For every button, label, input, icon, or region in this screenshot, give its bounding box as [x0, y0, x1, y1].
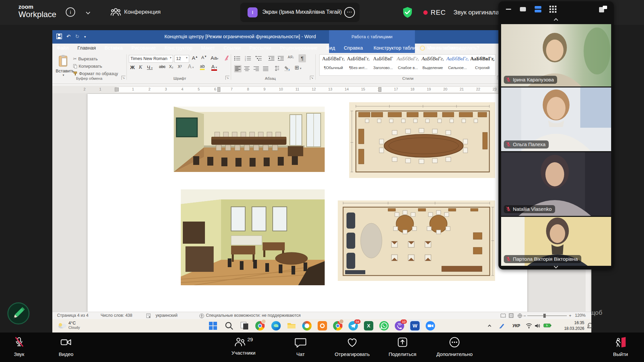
bold-button[interactable]: Ж	[130, 64, 135, 70]
page-indicator[interactable]: Страница 4 из 4	[57, 313, 89, 318]
numbered-list-icon[interactable]: 123	[245, 56, 251, 61]
file-explorer-icon[interactable]	[287, 321, 296, 330]
share-screen-button[interactable]: Поделиться	[387, 337, 418, 357]
indent-marker[interactable]	[217, 87, 220, 92]
notification-bell-icon[interactable]: z	[587, 322, 593, 329]
grow-font-button[interactable]: А▲	[192, 55, 198, 61]
save-icon[interactable]	[56, 34, 62, 39]
word-taskbar-icon[interactable]: W	[410, 321, 420, 330]
paste-button[interactable]: Вставить ▾	[56, 55, 71, 77]
audio-button[interactable]: Звук	[13, 337, 25, 357]
search-icon[interactable]	[224, 321, 234, 330]
tab-draw[interactable]: Рисование	[127, 44, 160, 53]
telegram-icon[interactable]: 04	[348, 321, 358, 330]
clipboard-dialog-launcher[interactable]: ↘	[121, 76, 125, 80]
read-mode-icon[interactable]	[500, 313, 506, 318]
align-right-button[interactable]	[254, 66, 259, 72]
weather-cloud-icon[interactable]	[57, 322, 67, 329]
tell-me-box[interactable]: Что вы хотите сделать?	[420, 45, 479, 51]
subscript-button[interactable]: X₂	[169, 64, 173, 69]
video-button[interactable]: Видео	[59, 337, 73, 357]
leave-meeting-button[interactable]: Выйти	[609, 337, 632, 357]
video-tile-3[interactable]: Nataliia Vlasenko	[501, 152, 611, 216]
styles-gallery[interactable]: АаБбВвГг, ¶Обычный АаБбВвГг, ¶Без инт...…	[319, 54, 496, 76]
quick-access-customize-icon[interactable]: ▾	[84, 35, 86, 39]
paragraph-dialog-launcher[interactable]: ↘	[310, 76, 314, 80]
italic-button[interactable]: К	[139, 64, 142, 70]
panel-minimize-icon[interactable]	[506, 9, 511, 10]
tab-layout[interactable]: Макет	[197, 44, 219, 53]
chrome-icon[interactable]	[255, 321, 265, 330]
edge-icon[interactable]	[271, 321, 281, 330]
strikethrough-button[interactable]: abc	[159, 64, 165, 69]
tab-help[interactable]: Справка	[339, 44, 367, 53]
security-shield-icon[interactable]	[402, 7, 413, 18]
highlight-color-button[interactable]: ab	[200, 64, 205, 70]
tab-review[interactable]: Рецензирование	[276, 44, 322, 53]
align-center-button[interactable]	[244, 66, 250, 72]
undo-icon[interactable]: ↶	[66, 34, 71, 40]
align-left-button[interactable]	[234, 65, 241, 72]
volume-icon[interactable]	[535, 323, 541, 328]
tray-pen-icon[interactable]	[498, 322, 505, 329]
chevron-down-icon[interactable]	[86, 10, 90, 14]
battery-icon[interactable]	[543, 323, 551, 328]
word-count[interactable]: Число слов: 438	[101, 313, 132, 318]
accessibility-icon[interactable]	[199, 313, 204, 318]
font-dialog-launcher[interactable]: ↘	[225, 76, 229, 80]
pdf-app-icon[interactable]	[318, 321, 327, 330]
pop-out-icon[interactable]	[599, 6, 607, 12]
start-button-icon[interactable]	[208, 321, 218, 330]
tab-design[interactable]: Конструктор	[160, 44, 197, 53]
copy-button[interactable]: Копировать	[73, 63, 102, 69]
font-size-select[interactable]: 12 ▾	[174, 55, 189, 63]
tab-home[interactable]: Главная	[73, 44, 100, 53]
zoom-in-icon[interactable]: +	[569, 313, 572, 318]
wifi-icon[interactable]	[526, 323, 532, 328]
chat-button[interactable]: Чат	[294, 337, 307, 357]
redo-icon[interactable]: ↻	[75, 34, 79, 40]
task-view-icon[interactable]	[240, 321, 249, 330]
right-indent-marker[interactable]	[378, 87, 381, 92]
whatsapp-icon[interactable]	[379, 321, 389, 330]
style-card[interactable]: АаБбВвГг, ¶Без инт...	[346, 56, 371, 75]
tab-file[interactable]: Файл	[52, 44, 73, 53]
video-tile-4[interactable]: Партола Вікторія Вікторівна	[501, 217, 611, 266]
video-tile-1[interactable]: Ірина Карапузова	[501, 24, 611, 86]
text-effects-button[interactable]: А ▾	[188, 64, 194, 70]
cut-button[interactable]: ✂ Вырезать	[73, 56, 98, 62]
share-options-icon[interactable]: ⋯	[344, 7, 355, 18]
tab-insert[interactable]: Вставка	[100, 44, 127, 53]
style-card[interactable]: АаБбВвГ Заголово...	[371, 56, 395, 75]
input-language-indicator[interactable]: УКР	[513, 323, 520, 328]
reactions-button[interactable]: Отреагировать	[330, 337, 374, 357]
view-stacked-icon[interactable]	[535, 6, 541, 12]
more-button[interactable]: Дополнительно	[433, 337, 476, 357]
participants-button[interactable]: 29 Участники	[231, 337, 256, 356]
show-paragraph-marks-button[interactable]: ¶	[299, 54, 306, 62]
tray-overflow-icon[interactable]	[488, 325, 491, 328]
document-page[interactable]	[88, 94, 527, 312]
underline-button[interactable]: Ч ▾	[147, 64, 153, 70]
proofing-icon[interactable]	[146, 313, 151, 318]
multilevel-list-icon[interactable]	[256, 56, 262, 61]
chrome-icon-2[interactable]	[333, 321, 342, 330]
style-card[interactable]: АаБбВвГг, Выделение	[420, 56, 445, 75]
bullet-list-icon[interactable]	[234, 56, 240, 61]
zoom-slider-thumb[interactable]	[543, 314, 546, 318]
style-card[interactable]: АаБбВвГг, Строгий	[470, 56, 495, 75]
view-gallery-icon[interactable]	[549, 6, 556, 13]
shading-button[interactable]	[284, 66, 290, 72]
increase-indent-icon[interactable]	[278, 56, 284, 61]
zoom-slider[interactable]	[527, 315, 567, 316]
viber-icon[interactable]: 10	[395, 321, 404, 330]
weather-widget[interactable]: 4°C Cloudy	[68, 320, 80, 329]
style-card[interactable]: АаБбВвГг, Слабое в...	[395, 56, 420, 75]
change-case-button[interactable]: Аа▾	[211, 55, 218, 61]
decrease-indent-icon[interactable]	[268, 56, 274, 61]
font-color-button[interactable]: А ▾	[211, 64, 217, 71]
original-sound-label[interactable]: Звук оригинала	[453, 9, 499, 16]
superscript-button[interactable]: X²	[178, 64, 182, 69]
tab-view[interactable]: Вид	[322, 44, 339, 53]
zoom-app-icon[interactable]	[426, 321, 435, 330]
